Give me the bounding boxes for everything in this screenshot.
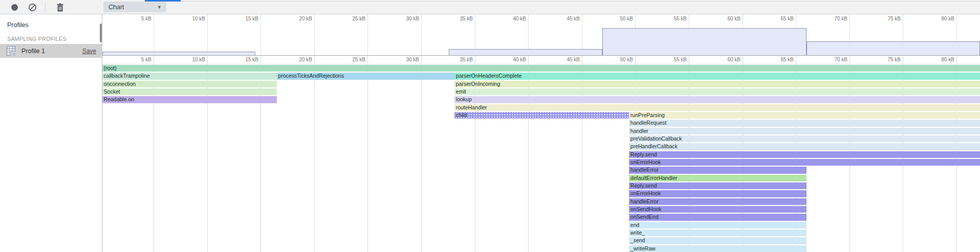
flame-frame[interactable]: preHandlerCallback xyxy=(629,143,980,150)
view-mode-select[interactable]: Chart ▼ xyxy=(103,2,166,12)
toolbar: Chart ▼ xyxy=(0,0,980,14)
ruler-gridline xyxy=(956,56,957,64)
overview-tick-label: 30 kB xyxy=(406,16,419,21)
flame-frame[interactable]: routeHandler xyxy=(454,104,980,111)
flame-chart-panel: 5 kB10 kB15 kB20 kB25 kB30 kB35 kB40 kB4… xyxy=(102,14,980,252)
save-profile-link[interactable]: Save xyxy=(82,48,96,55)
ban-icon xyxy=(28,3,37,12)
overview-tick-label: 60 kB xyxy=(727,16,741,21)
profile-name: Profile 1 xyxy=(21,48,82,55)
flame-frame[interactable]: end xyxy=(629,222,807,228)
flame-frame[interactable]: preValidationCallback xyxy=(629,135,980,142)
flame-frame[interactable]: lookup xyxy=(454,96,980,103)
overview-gridline xyxy=(260,14,261,55)
flame-frame[interactable]: runPreParsing xyxy=(629,112,980,119)
ruler-tick-label: 45 kB xyxy=(567,57,580,62)
ruler-gridline xyxy=(475,56,475,64)
flame-gridline xyxy=(314,64,315,252)
flame-frame[interactable]: onErrorHook xyxy=(629,190,807,197)
memory-profiler-window: Chart ▼ Profiles SAMPLING PROFILES % Pro… xyxy=(0,0,980,252)
flame-frame[interactable]: _send xyxy=(629,237,807,244)
overview-tick-label: 15 kB xyxy=(245,16,258,21)
overview-gridline xyxy=(314,14,315,55)
flame-frame[interactable]: onconnection xyxy=(102,81,277,87)
flame-frame[interactable]: (root) xyxy=(102,65,980,72)
ruler-tick-label: 55 kB xyxy=(673,57,687,62)
ruler-tick-label: 70 kB xyxy=(834,57,847,62)
overview-gridline xyxy=(207,14,208,55)
clear-button[interactable] xyxy=(27,0,38,14)
overview-step xyxy=(807,41,980,55)
ruler-gridline xyxy=(743,56,743,64)
overview-gridline xyxy=(367,14,368,55)
ruler-gridline xyxy=(796,56,796,64)
flame-frame[interactable]: handleRequest xyxy=(629,120,980,126)
record-button[interactable] xyxy=(9,0,19,14)
ruler-gridline xyxy=(528,56,529,64)
flame-gridline xyxy=(367,64,368,252)
ruler-tick-label: 35 kB xyxy=(460,57,473,62)
flame-frame[interactable]: handleError xyxy=(629,198,807,205)
ruler-gridline xyxy=(850,56,850,64)
chevron-down-icon: ▼ xyxy=(157,5,166,10)
memory-overview[interactable]: 5 kB10 kB15 kB20 kB25 kB30 kB35 kB40 kB4… xyxy=(102,14,980,56)
ruler-tick-label: 25 kB xyxy=(352,57,365,62)
ruler-gridline xyxy=(207,56,208,64)
ruler-tick-label: 30 kB xyxy=(406,57,419,62)
flame-frame[interactable]: onSendEnd xyxy=(629,214,807,220)
flame-frame[interactable]: write_ xyxy=(629,230,807,236)
overview-gridline xyxy=(154,14,154,55)
ruler-gridline xyxy=(154,56,154,64)
flame-frame[interactable]: processTicksAndRejections xyxy=(277,73,454,79)
ruler-tick-label: 60 kB xyxy=(727,57,741,62)
ruler-tick-label: 20 kB xyxy=(299,57,312,62)
overview-step xyxy=(602,28,807,55)
flame-gridline xyxy=(421,64,422,252)
ruler-gridline xyxy=(689,56,689,64)
flame-frame[interactable]: callbackTrampoline xyxy=(102,73,277,79)
ruler-tick-label: 5 kB xyxy=(141,57,151,62)
flame-frame[interactable]: Readable.on xyxy=(102,96,277,103)
overview-tick-label: 50 kB xyxy=(620,16,633,21)
sampling-profiles-label: SAMPLING PROFILES xyxy=(7,36,67,42)
flame-frame[interactable]: Reply.send xyxy=(629,182,807,189)
profile-list-item[interactable]: % Profile 1 Save xyxy=(0,44,102,58)
ruler-gridline xyxy=(635,56,636,64)
flame-frame[interactable]: handler xyxy=(629,128,980,134)
ruler-gridline xyxy=(367,56,368,64)
flame-frame[interactable]: emit xyxy=(454,88,980,95)
flame-frame[interactable]: parserOnHeadersComplete xyxy=(454,73,980,79)
overview-step xyxy=(449,49,602,55)
flame-frame[interactable]: _writeRaw xyxy=(629,245,807,252)
overview-gridline xyxy=(421,14,422,55)
flame-frame[interactable]: onErrorHook xyxy=(629,159,980,166)
overview-tick-label: 70 kB xyxy=(834,16,847,21)
overview-tick-label: 25 kB xyxy=(352,16,365,21)
overview-tick-label: 10 kB xyxy=(192,16,205,21)
ruler-tick-label: 75 kB xyxy=(887,57,901,62)
toolbar-separator xyxy=(45,3,46,12)
ruler-tick-label: 15 kB xyxy=(245,57,258,62)
ruler-tick-label: 80 kB xyxy=(941,57,954,62)
view-mode-value: Chart xyxy=(103,4,157,11)
flame-frame[interactable]: Socket xyxy=(102,88,277,95)
overview-tick-label: 45 kB xyxy=(567,16,580,21)
flame-frame[interactable]: Reply.send xyxy=(629,151,980,158)
ruler-gridline xyxy=(260,56,261,64)
overview-tick-label: 80 kB xyxy=(941,16,954,21)
sidebar-scrollbar-thumb[interactable] xyxy=(100,24,102,42)
ruler-tick-label: 65 kB xyxy=(780,57,794,62)
flame-frame[interactable]: child xyxy=(454,112,629,119)
overview-tick-label: 5 kB xyxy=(141,16,151,21)
overview-tick-label: 75 kB xyxy=(887,16,901,21)
ruler-tick-label: 50 kB xyxy=(620,57,633,62)
ruler-gridline xyxy=(582,56,582,64)
delete-profile-button[interactable] xyxy=(54,0,66,14)
profiles-header: Profiles xyxy=(7,21,29,29)
ruler-gridline xyxy=(314,56,315,64)
overview-tick-label: 20 kB xyxy=(299,16,312,21)
flame-frame[interactable]: handleError xyxy=(629,167,807,173)
flame-frame[interactable]: onSendHook xyxy=(629,206,807,213)
flame-frame[interactable]: parserOnIncoming xyxy=(454,81,980,87)
flame-frame[interactable]: defaultErrorHandler xyxy=(629,175,807,181)
